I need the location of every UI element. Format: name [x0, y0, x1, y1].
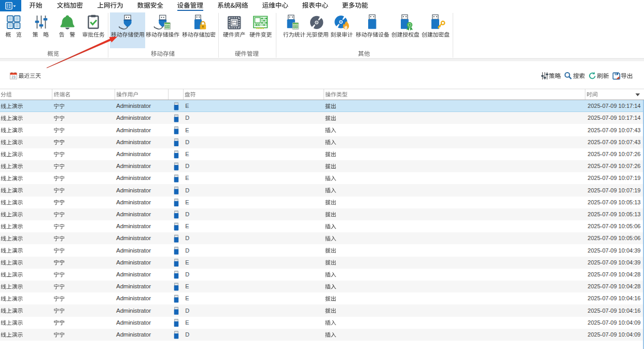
svg-text:23: 23 [11, 75, 16, 79]
svg-text:CPU: CPU [232, 21, 236, 24]
